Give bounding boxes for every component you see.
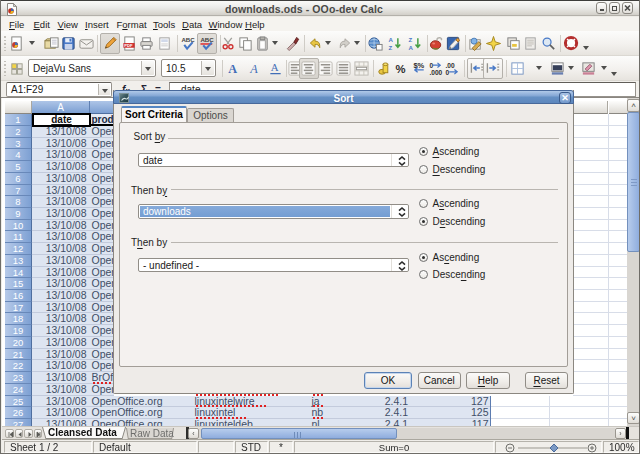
svg-text:Z: Z [408,36,412,43]
svg-text:.000: .000 [429,69,442,76]
svg-text:ABC: ABC [200,36,214,43]
svg-text:ABC: ABC [181,36,195,43]
svg-text:%: % [395,63,405,75]
svg-text:A: A [408,44,413,51]
svg-text:A: A [249,62,258,76]
svg-text:Z: Z [388,44,392,51]
svg-text:PDF: PDF [124,43,133,48]
svg-text:A: A [270,61,278,73]
svg-text:A: A [388,36,393,43]
svg-text:$%: $% [413,61,424,70]
svg-text:A: A [228,62,237,76]
svg-text:0: 0 [445,69,449,76]
